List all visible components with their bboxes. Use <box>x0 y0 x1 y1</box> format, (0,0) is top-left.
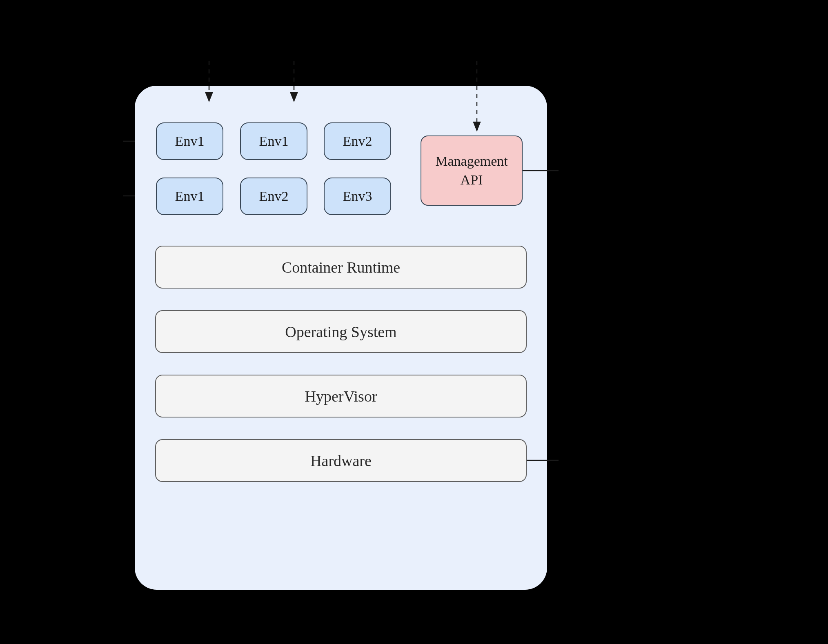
env-label: Env2 <box>343 133 372 149</box>
env-r1-c3: Env2 <box>324 122 391 160</box>
layer-label: Container Runtime <box>282 258 400 276</box>
layer-operating-system: Operating System <box>155 310 527 353</box>
diagram-stage: Env1 Env1 Env2 Env1 Env2 Env3 Management… <box>0 0 828 644</box>
layer-label: Operating System <box>285 323 396 341</box>
layer-label: Hardware <box>310 452 372 470</box>
layer-hardware: Hardware <box>155 439 527 482</box>
env-r2-c2: Env2 <box>240 178 307 215</box>
main-container: Env1 Env1 Env2 Env1 Env2 Env3 Management… <box>135 86 547 590</box>
env-label: Env3 <box>343 189 372 204</box>
env-r2-c1: Env1 <box>156 178 223 215</box>
layer-container-runtime: Container Runtime <box>155 246 527 289</box>
env-label: Env1 <box>259 133 289 149</box>
layer-hypervisor: HyperVisor <box>155 375 527 417</box>
env-r1-c1: Env1 <box>156 122 223 160</box>
management-api-label: ManagementAPI <box>435 152 508 189</box>
env-label: Env2 <box>259 189 289 204</box>
env-label: Env1 <box>175 133 205 149</box>
env-label: Env1 <box>175 189 205 204</box>
management-api-box: ManagementAPI <box>421 135 523 206</box>
layer-label: HyperVisor <box>305 387 377 405</box>
env-r1-c2: Env1 <box>240 122 307 160</box>
env-r2-c3: Env3 <box>324 178 391 215</box>
